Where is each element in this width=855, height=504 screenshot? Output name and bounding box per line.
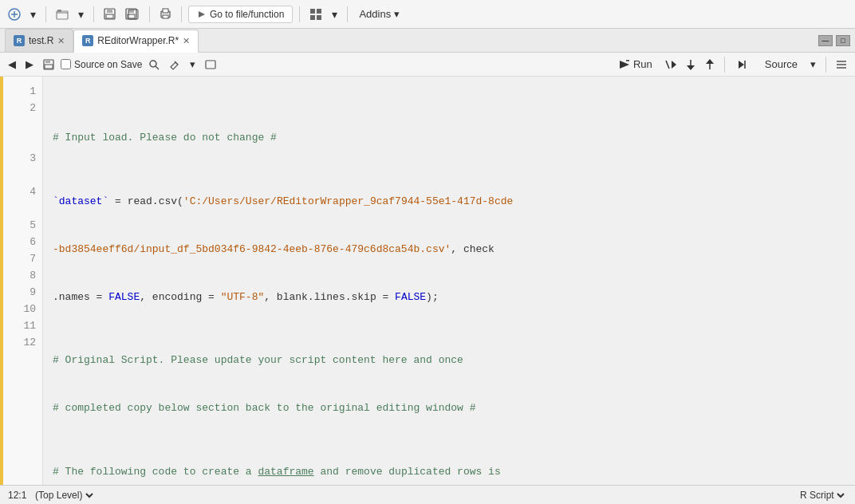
save-button[interactable] (100, 6, 119, 22)
code-line-2: `dataset` = read.csv('C:/Users/User/REdi… (53, 193, 845, 210)
divider-5 (299, 6, 300, 22)
code-line-3-cont: # completed copy below section back to t… (53, 400, 845, 417)
svg-rect-21 (45, 60, 50, 63)
source-button[interactable]: Source (758, 56, 804, 73)
source-on-save-label: Source on Save (74, 59, 142, 70)
svg-point-23 (150, 61, 156, 67)
back-button[interactable]: ◀ (5, 57, 19, 72)
line-num-2-cont2 (11, 133, 36, 150)
status-separator-1 (26, 490, 32, 501)
dropdown-button[interactable]: ▾ (27, 6, 39, 22)
addins-dropdown-icon: ▾ (394, 8, 400, 20)
menu-button[interactable] (833, 58, 850, 71)
code-line-2-cont-text: -bd3854eeff6d/input_df_5bd034f6-9842-4ee… (53, 242, 451, 258)
svg-rect-7 (106, 14, 113, 18)
source-icon-button[interactable] (731, 57, 755, 72)
divider-2 (93, 6, 94, 22)
svg-rect-6 (107, 9, 112, 13)
maximize-button[interactable]: □ (836, 35, 850, 46)
code-line-3-text: # Original Script. Please update your sc… (53, 352, 463, 368)
dropdown3-button[interactable]: ▾ (187, 57, 199, 72)
line-num-3: 3 (11, 150, 36, 167)
right-toolbar: Run Source ▾ (613, 56, 850, 73)
addins-button[interactable]: Addins ▾ (354, 6, 404, 22)
reditor-wrapper-icon: R (82, 35, 93, 46)
svg-line-24 (156, 66, 159, 69)
dropdown2-button[interactable]: ▾ (75, 6, 87, 22)
line-num-1: 1 (11, 83, 36, 100)
tab-test-r-label: test.R (29, 35, 53, 46)
divider-4 (181, 6, 182, 22)
go-to-file-button[interactable]: Go to file/function (188, 6, 293, 23)
editor-body: 1 2 3 4 5 6 7 8 9 10 11 12 # Input load.… (0, 77, 855, 485)
tab-bar: R test.R ✕ R REditorWrapper.R* ✕ — □ (0, 29, 855, 53)
code-line-2-text: `dataset` = read.csv('C:/Users/User/REdi… (53, 194, 513, 210)
code-line-3: # Original Script. Please update your sc… (53, 352, 845, 369)
source-on-save-checkbox[interactable] (61, 59, 71, 69)
svg-marker-29 (672, 61, 676, 69)
line-num-5: 5 (11, 217, 36, 234)
window-controls: — □ (818, 35, 850, 46)
svg-rect-17 (317, 9, 321, 14)
new-file-button[interactable] (5, 6, 24, 22)
line-num-2: 2 (11, 100, 36, 116)
code-line-2-cont2: .names = FALSE, encoding = "UTF-8", blan… (53, 289, 845, 305)
file-type-select[interactable]: R Script (797, 489, 847, 502)
line-num-10: 10 (11, 301, 36, 317)
search-button[interactable] (145, 57, 163, 72)
open-button[interactable] (53, 7, 72, 22)
print-button[interactable] (156, 6, 175, 22)
svg-rect-22 (45, 65, 53, 69)
svg-rect-26 (206, 61, 215, 69)
tab-test-r[interactable]: R test.R ✕ (5, 29, 73, 52)
divider-1 (45, 6, 46, 22)
divider-7 (825, 57, 826, 73)
test-r-icon: R (14, 35, 25, 46)
code-button[interactable] (202, 57, 219, 72)
divider-source (724, 57, 725, 73)
status-bar: 12:1 (Top Level) R Script (0, 485, 855, 504)
code-line-2-cont: -bd3854eeff6d/input_df_5bd034f6-9842-4ee… (53, 241, 845, 258)
line-num-4-cont (11, 200, 36, 217)
grid-button[interactable] (306, 6, 325, 22)
line-numbers: 1 2 3 4 5 6 7 8 9 10 11 12 (3, 77, 43, 485)
source-dropdown-button[interactable]: ▾ (807, 57, 819, 72)
edit-button[interactable] (166, 57, 183, 72)
minimize-button[interactable]: — (818, 35, 833, 46)
tab-reditor-wrapper[interactable]: R REditorWrapper.R* ✕ (73, 30, 199, 53)
run-up-button[interactable] (702, 57, 718, 72)
tab-reditor-wrapper-close[interactable]: ✕ (183, 36, 190, 46)
svg-rect-19 (317, 15, 321, 20)
line-num-12: 12 (11, 334, 36, 351)
go-to-file-label: Go to file/function (210, 9, 284, 20)
code-line-4-text: # The following code to create a datafra… (53, 464, 501, 480)
code-area[interactable]: # Input load. Please do not change # `da… (43, 77, 855, 485)
cursor-position: 12:1 (8, 490, 26, 501)
tab-reditor-wrapper-label: REditorWrapper.R* (97, 35, 179, 46)
run-button[interactable]: Run (613, 56, 659, 73)
source-label: Source (765, 58, 798, 70)
addins-label: Addins (359, 8, 391, 20)
editor-toolbar: ◀ ▶ Source on Save ▾ Run S (0, 53, 855, 77)
svg-rect-16 (310, 9, 315, 14)
svg-marker-35 (739, 61, 744, 69)
line-num-7: 7 (11, 250, 36, 267)
code-line-4: # The following code to create a datafra… (53, 463, 845, 480)
line-num-6: 6 (11, 234, 36, 250)
svg-marker-27 (620, 61, 629, 69)
forward-button[interactable]: ▶ (22, 57, 37, 72)
tab-test-r-close[interactable]: ✕ (57, 36, 65, 46)
line-num-2-cont (11, 116, 36, 133)
save-all-button[interactable] (122, 6, 143, 22)
run-prev-button[interactable] (662, 58, 680, 71)
grid-dropdown-button[interactable]: ▾ (329, 6, 341, 22)
svg-rect-14 (163, 15, 168, 18)
code-line-3-cont-text: # completed copy below section back to t… (53, 400, 476, 416)
status-right: R Script (797, 489, 847, 502)
save-file-button[interactable] (40, 57, 57, 72)
top-level-select[interactable]: (Top Level) (32, 489, 96, 502)
run-down-button[interactable] (683, 57, 699, 72)
line-num-3-cont (11, 167, 36, 183)
svg-marker-15 (199, 11, 205, 18)
top-toolbar: ▾ ▾ Go to file/function ▾ Addins ▾ (0, 0, 855, 29)
